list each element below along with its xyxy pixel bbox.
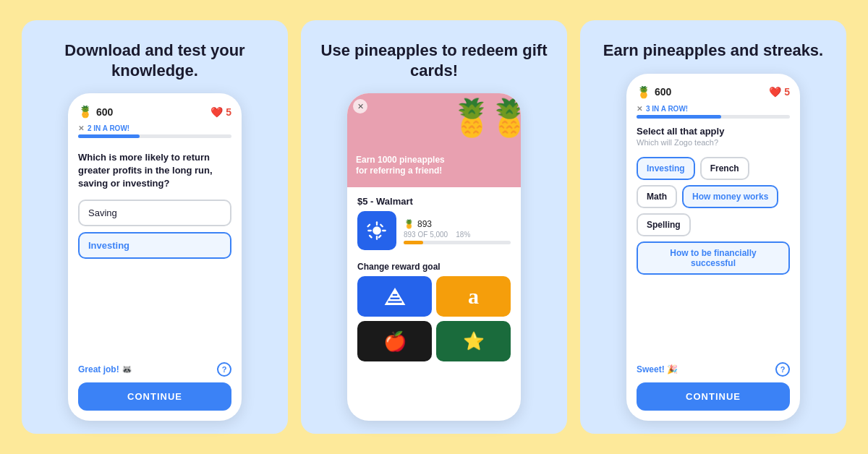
- walmart-label: $5 - Walmart: [357, 196, 511, 207]
- phone-3: 🍍 600 ❤️ 5 ✕ 3 IN A ROW! Select all that…: [626, 74, 800, 421]
- select-subtitle: Which will Zogo teach?: [637, 138, 790, 147]
- svg-rect-12: [392, 294, 396, 296]
- walmart-logo: [357, 211, 396, 250]
- footer-row-1: Great job! 🦝 ?: [78, 362, 231, 377]
- close-streak-3[interactable]: ✕: [637, 105, 642, 113]
- pineapple-score-3: 🍍 600: [637, 85, 671, 99]
- change-reward-label: Change reward goal: [357, 262, 511, 272]
- question-text-1: Which is more likely to return greater p…: [78, 151, 231, 191]
- gift-card-amazon[interactable]: a: [436, 276, 511, 317]
- heart-score-1: ❤️ 5: [210, 106, 231, 118]
- pineapple-count: 893: [417, 219, 432, 229]
- pineapple-icon-3: 🍍: [637, 85, 651, 99]
- svg-rect-6: [378, 234, 382, 239]
- panel-1-title: Download and test your knowledge.: [35, 40, 275, 80]
- heart-value-3: 5: [784, 86, 790, 98]
- phone-2: 🍍🍍 ✕ Earn 1000 pineapplesfor referring a…: [347, 93, 521, 421]
- apple-logo-icon: 🍎: [383, 330, 407, 353]
- heart-score-3: ❤️ 5: [769, 86, 790, 98]
- select-title: Select all that apply: [637, 126, 790, 137]
- panel-1: Download and test your knowledge. 🍍 600 …: [22, 20, 288, 434]
- progress-bg-1: [78, 134, 231, 138]
- continue-btn-1[interactable]: CONTINUE: [78, 382, 231, 411]
- promo-close-btn[interactable]: ✕: [353, 99, 367, 113]
- svg-rect-10: [388, 301, 401, 302]
- pineapple-total-label: 893 OF 5,000 18%: [404, 231, 511, 239]
- starbucks-logo-icon: ⭐: [463, 331, 485, 351]
- tag-math[interactable]: Math: [637, 185, 677, 208]
- great-job-1: Great job! 🦝: [78, 364, 132, 374]
- phone-1: 🍍 600 ❤️ 5 ✕ 2 IN A ROW! Which is more l…: [68, 93, 242, 421]
- promo-banner: 🍍🍍 ✕ Earn 1000 pineapplesfor referring a…: [347, 93, 521, 187]
- streak-label-1: ✕ 2 IN A ROW!: [78, 124, 231, 132]
- reward-pineapple-row: 🍍 893: [404, 219, 511, 229]
- heart-icon-1: ❤️: [210, 106, 223, 118]
- pineapple-score-1: 🍍 600: [78, 105, 113, 119]
- score-value-3: 600: [655, 86, 671, 98]
- phone-3-footer: Sweet! 🎉 ? CONTINUE: [637, 362, 790, 411]
- svg-rect-4: [382, 230, 386, 231]
- heart-value-1: 5: [226, 106, 231, 118]
- phone2-content: $5 - Walmart: [347, 187, 521, 421]
- panel-2-title: Use pineapples to redeem gift cards!: [314, 40, 554, 80]
- streak-label-3: ✕ 3 IN A ROW!: [637, 105, 790, 113]
- reward-item-walmart: 🍍 893 893 OF 5,000 18%: [357, 211, 511, 250]
- svg-point-0: [373, 226, 381, 235]
- tag-investing[interactable]: Investing: [637, 157, 695, 180]
- promo-text: Earn 1000 pineapplesfor referring a frie…: [356, 155, 445, 177]
- help-icon-1[interactable]: ?: [217, 362, 231, 377]
- svg-rect-8: [380, 223, 384, 228]
- amazon-logo-text: a: [468, 284, 479, 309]
- phone-1-header: 🍍 600 ❤️ 5: [78, 105, 231, 119]
- panel-3: Earn pineapples and streaks. 🍍 600 ❤️ 5 …: [580, 20, 846, 434]
- heart-icon-3: ❤️: [769, 86, 781, 98]
- sweet-label: Sweet! 🎉: [637, 364, 678, 374]
- footer-row-3: Sweet! 🎉 ?: [637, 362, 790, 377]
- streak-bar-1: ✕ 2 IN A ROW!: [78, 124, 231, 138]
- tag-spelling[interactable]: Spelling: [637, 213, 691, 236]
- tag-how-money-works[interactable]: How money works: [682, 185, 778, 208]
- answer-investing[interactable]: Investing: [78, 232, 231, 259]
- svg-rect-5: [367, 223, 371, 228]
- reward-info: 🍍 893 893 OF 5,000 18%: [404, 218, 511, 244]
- tag-french[interactable]: French: [700, 157, 749, 180]
- score-value-1: 600: [96, 106, 113, 118]
- streak-bar-3: ✕ 3 IN A ROW!: [637, 105, 790, 119]
- svg-rect-2: [376, 236, 378, 240]
- progress-bg-3: [637, 115, 790, 119]
- tag-grid: Investing French Math How money works Sp…: [637, 157, 790, 275]
- panel-2: Use pineapples to redeem gift cards! 🍍🍍 …: [301, 20, 567, 434]
- answer-saving[interactable]: Saving: [78, 200, 231, 226]
- svg-rect-1: [376, 221, 378, 226]
- help-icon-3[interactable]: ?: [775, 362, 790, 377]
- gift-card-apple[interactable]: 🍎: [357, 321, 432, 361]
- reward-progress-bg: [404, 241, 511, 244]
- svg-rect-3: [367, 230, 372, 231]
- panel-3-title: Earn pineapples and streaks.: [603, 40, 823, 61]
- pineapple-icon-2: 🍍: [404, 219, 414, 229]
- gift-grid: a 🍎 ⭐: [357, 276, 511, 361]
- svg-rect-11: [390, 298, 399, 299]
- phone-1-footer: Great job! 🦝 ? CONTINUE: [78, 362, 231, 411]
- reward-progress-fill: [404, 241, 423, 244]
- progress-fill-1: [78, 134, 140, 138]
- tag-financially-successful[interactable]: How to be financially successful: [637, 241, 790, 275]
- progress-fill-3: [637, 115, 721, 119]
- continue-btn-3[interactable]: CONTINUE: [637, 382, 790, 411]
- gift-card-starbucks[interactable]: ⭐: [436, 321, 511, 361]
- gift-card-adidas[interactable]: [357, 276, 432, 317]
- pineapple-icon-1: 🍍: [78, 105, 93, 119]
- promo-pineapples: 🍍🍍: [449, 97, 521, 139]
- close-streak-1[interactable]: ✕: [78, 124, 84, 132]
- svg-rect-7: [368, 234, 373, 239]
- phone-3-header: 🍍 600 ❤️ 5: [637, 85, 790, 99]
